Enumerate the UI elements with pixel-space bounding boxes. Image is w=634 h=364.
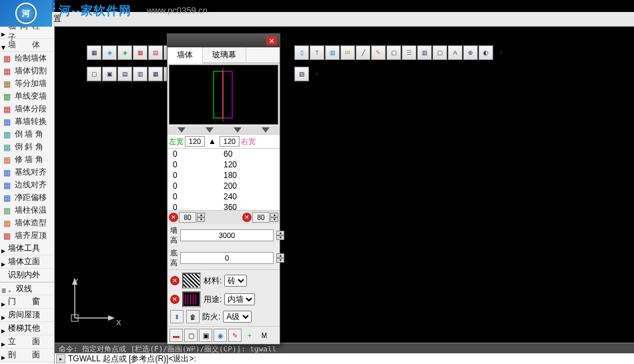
tool-wall-draw[interactable]: ▦绘制墙体 [0,52,54,65]
spin-left-down[interactable]: ▾ [197,217,205,222]
tb-close-icon[interactable]: × [494,45,509,60]
tb-wall-icon[interactable]: ▥ [417,45,432,60]
tool-base-align[interactable]: ▦基线对齐 [0,166,54,179]
arrow-2[interactable] [206,127,214,133]
mirror-icon[interactable]: ▲ [206,136,218,147]
tb-env-icon[interactable]: ✉ [340,45,355,60]
tb-grid2-icon[interactable]: ▤ [148,45,163,60]
material-select[interactable]: 砖 [224,275,247,287]
tb-target-icon[interactable]: ⊕ [463,45,478,60]
left-width-input[interactable] [185,136,205,147]
category-wall-tools[interactable]: ▸墙体工具 [0,242,54,255]
arrow-3[interactable] [234,127,242,133]
tb-brush-icon[interactable]: ✎ [371,45,386,60]
tool-fix-corner[interactable]: ▦修 墙 角 [0,153,54,166]
spin-right-input[interactable] [252,212,270,223]
cat-door[interactable]: ▸门 窗 [0,295,54,309]
bi-1[interactable]: ▬ [170,329,183,342]
bi-4[interactable]: ◉ [214,329,227,342]
tb2-2[interactable]: ▣ [102,67,117,81]
hatch-pattern-2[interactable] [182,291,201,307]
fire-select[interactable]: A级 [223,311,252,323]
spin-left-up[interactable]: ▴ [197,213,205,217]
category-inner[interactable]: ▸识别内外 [0,269,54,282]
base-input[interactable] [180,252,274,264]
tb-t-icon[interactable]: T [310,45,324,60]
arrow-1[interactable] [178,127,186,133]
tb2-1[interactable]: ▢ [87,67,101,81]
wall-type-row[interactable]: 0240 [168,191,280,202]
tool-wall-line[interactable]: ▦单线变墙 [0,90,54,103]
cat-section[interactable]: ▸剖 面 [0,349,54,362]
tb-shape-icon[interactable]: ◐ [479,45,493,60]
wall-type-row[interactable]: 060 [168,149,280,159]
tool-edge-align[interactable]: ▦边线对齐 [0,179,54,191]
wall-type-row[interactable]: 0360 [168,202,280,210]
wall-type-list[interactable]: 06001200180020002400360 [168,149,280,210]
clear-left-button[interactable]: ✕ [169,213,178,222]
spin-left-input[interactable] [179,212,196,223]
bi-2[interactable]: ▢ [184,329,198,342]
base-down[interactable]: ▾ [276,258,284,263]
tb-box-icon[interactable]: ▢ [432,45,447,60]
bi-5[interactable]: ✎ [228,329,242,342]
bi-m[interactable]: M [258,329,271,342]
tb-col-icon[interactable]: ▯ [294,45,309,60]
tb-layer-icon[interactable]: ▦ [87,45,101,60]
cat-room[interactable]: ▸房间屋顶 [0,309,54,322]
category-axis[interactable]: ▸轴网柱子 [0,25,54,39]
height-up[interactable]: ▴ [276,231,284,235]
clear-hatch1[interactable]: ✕ [170,276,180,285]
height-input[interactable] [180,229,274,241]
height-down[interactable]: ▾ [276,235,284,240]
tool-shape[interactable]: ▦墙体造型 [0,217,54,229]
tb2-4[interactable]: ▥ [133,67,147,81]
arrow-4[interactable] [262,127,270,133]
spin-right-up[interactable]: ▴ [270,213,278,217]
right-width-input[interactable] [220,136,240,147]
command-prompt-icon[interactable]: ▸ [56,354,65,363]
tb-m-icon[interactable]: ▥ [325,45,340,60]
tool-roof-align[interactable]: ▦墙齐屋顶 [0,229,54,242]
cat-elev[interactable]: ▸立 面 [0,335,54,349]
wall-type-row[interactable]: 0200 [168,181,280,191]
cat-stair[interactable]: ▸楼梯其他 [0,322,54,335]
tool-wall-conv[interactable]: ▦幕墙转换 [0,115,54,128]
bi-plus[interactable]: + [243,329,256,342]
wall-type-row[interactable]: 0180 [168,170,280,181]
tb-layers-icon[interactable]: ◈ [102,45,117,60]
hatch-pattern-1[interactable] [182,273,201,289]
tb2-7[interactable]: ▨ [294,67,309,81]
tool-basket[interactable]: 🗑 [186,310,200,323]
bi-3[interactable]: ▣ [199,329,212,342]
tb-line-icon[interactable]: ╱ [356,45,370,60]
tool-bevel[interactable]: ▦倒 斜 角 [0,141,54,153]
tb2-close[interactable]: × [310,67,324,81]
dialog-title-bar[interactable]: ✕ [168,34,280,47]
spin-right-down[interactable]: ▾ [270,217,278,222]
dialog-close-button[interactable]: ✕ [266,36,277,45]
tool-wall-cut[interactable]: ▦墙体切割 [0,65,54,77]
tab-wall[interactable]: 墙体 [168,47,203,63]
tb-list-icon[interactable]: ☰ [402,45,416,60]
tb-stack-icon[interactable]: ◈ [117,45,132,60]
tb-a-icon[interactable]: A [448,45,462,60]
tool-corner[interactable]: ▦倒 墙 角 [0,128,54,141]
clear-hatch2[interactable]: ✕ [170,295,180,304]
clear-right-button[interactable]: ✕ [242,213,252,222]
tool-insulation[interactable]: ▦墙柱保温 [0,204,54,217]
category-wall-elev[interactable]: ▸墙体立面 [0,255,54,269]
category-double[interactable]: ≡。双线 [0,282,54,295]
base-up[interactable]: ▴ [276,253,284,258]
command-input-row[interactable]: ▸ TGWALL 起点或 [参考点(R)]<退出>: [55,353,634,364]
usage-select[interactable]: 内墙 [224,293,255,305]
tab-curtain[interactable]: 玻璃幕 [203,47,246,63]
wall-type-row[interactable]: 0120 [168,159,280,170]
tool-offset[interactable]: ▦净距偏移 [0,191,54,204]
tb2-5[interactable]: ▦ [148,67,163,81]
tb2-3[interactable]: ▤ [117,67,132,81]
tool-pick[interactable]: ⬍ [170,310,184,323]
tool-wall-seg[interactable]: ▦墙体分段 [0,103,54,115]
tb-edit-icon[interactable]: ▢ [386,45,401,60]
tool-wall-eq[interactable]: ▦等分加墙 [0,77,54,90]
